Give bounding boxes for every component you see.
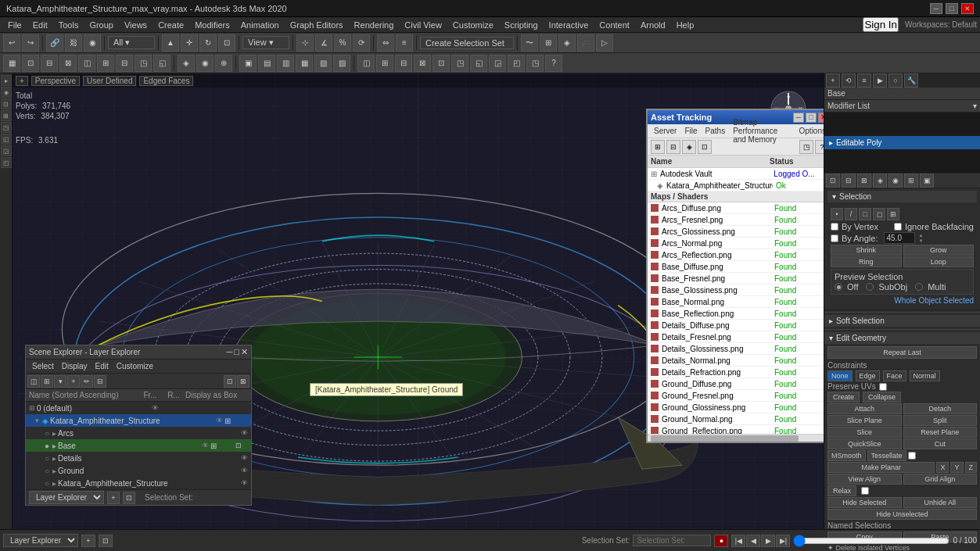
- lt-btn-6[interactable]: ◱: [1, 134, 12, 145]
- rp-tab-utilities[interactable]: 🔧: [904, 73, 918, 88]
- undo-button[interactable]: ↩: [3, 34, 20, 52]
- misc-btn3[interactable]: ⊟: [395, 55, 412, 72]
- multi-radio[interactable]: [915, 283, 923, 291]
- layer-btn7[interactable]: ⊟: [116, 55, 133, 72]
- make-planar-button[interactable]: Make Planar: [827, 462, 935, 473]
- se-row-ground-eye[interactable]: 👁: [241, 467, 248, 474]
- at-row-details-glossiness[interactable]: Details_Glossiness.png Found: [648, 343, 824, 355]
- at-row-base-diffuse[interactable]: Base_Diffuse.png Found: [648, 261, 824, 273]
- rp-tab2-bitmap[interactable]: ▣: [920, 174, 934, 188]
- obj-btn2[interactable]: ◉: [196, 55, 214, 72]
- scale-button[interactable]: ⊡: [218, 34, 235, 52]
- tessellate-button[interactable]: Tessellate: [867, 450, 906, 461]
- angle-up-arrow[interactable]: ▲: [918, 233, 923, 238]
- none-button[interactable]: None: [827, 370, 853, 381]
- lt-btn-8[interactable]: ◰: [1, 157, 12, 168]
- unhide-all-button[interactable]: Unhide All: [903, 497, 978, 508]
- at-tb-3[interactable]: ◈: [682, 140, 696, 154]
- mirror-button[interactable]: ⇔: [377, 34, 394, 52]
- rp-tab2-1[interactable]: ⊡: [826, 174, 840, 188]
- se-tb-filter[interactable]: ▾: [54, 375, 66, 388]
- at-row-details-diffuse[interactable]: Details_Diffuse.png Found: [648, 320, 824, 331]
- unlink-button[interactable]: ⛓: [65, 34, 82, 52]
- grow-button[interactable]: Grow: [903, 245, 975, 256]
- menu-help[interactable]: Help: [672, 19, 699, 31]
- lt-btn-2[interactable]: ◈: [1, 87, 12, 98]
- disp-btn1[interactable]: ▣: [239, 55, 257, 72]
- at-tb-1[interactable]: ⊞: [651, 140, 665, 154]
- reset-plane-button[interactable]: Reset Plane: [903, 427, 978, 438]
- sign-in-button[interactable]: Sign In: [863, 17, 899, 32]
- at-row-arcs-reflection[interactable]: Arcs_Reflection.png Found: [648, 249, 824, 261]
- menu-views[interactable]: Views: [120, 19, 152, 31]
- menu-create[interactable]: Create: [153, 19, 188, 31]
- select-button[interactable]: ▲: [162, 34, 179, 52]
- menu-edit[interactable]: Edit: [28, 19, 52, 31]
- at-menu-options[interactable]: Options: [796, 126, 824, 136]
- hide-unselected-button[interactable]: Hide Unselected: [827, 509, 977, 520]
- layer-btn8[interactable]: ◳: [135, 55, 152, 72]
- render-prod-button[interactable]: ▷: [596, 34, 613, 52]
- attach-button[interactable]: Attach: [827, 403, 902, 414]
- menu-arnold[interactable]: Arnold: [636, 19, 670, 31]
- se-row-katara[interactable]: ▾ ◈ Katara_Amphitheater_Structure 👁 ⊞: [26, 414, 251, 427]
- menu-group[interactable]: Group: [84, 19, 118, 31]
- rp-tab2-5[interactable]: ◉: [888, 174, 903, 188]
- se-row-0-eye[interactable]: 👁: [152, 404, 159, 412]
- x-button[interactable]: X: [936, 462, 949, 473]
- se-row-arcs[interactable]: ○ ▸ Arcs 👁: [26, 427, 251, 439]
- se-close-button[interactable]: ✕: [241, 347, 248, 357]
- ring-button[interactable]: Ring: [831, 256, 902, 267]
- at-controls[interactable]: ─ □ ✕: [793, 113, 824, 123]
- layer-btn3[interactable]: ⊟: [41, 55, 58, 72]
- at-minimize-button[interactable]: ─: [793, 113, 804, 123]
- at-row-arcs-fresnel[interactable]: Arcs_Fresnel.png Found: [648, 214, 824, 226]
- at-maximize-button[interactable]: □: [806, 113, 817, 123]
- at-row-details-normal[interactable]: Details_Normal.png Found: [648, 355, 824, 367]
- preserve-uvs-checkbox[interactable]: [879, 383, 887, 391]
- lt-btn-5[interactable]: ◳: [1, 122, 12, 133]
- slice-plane-button[interactable]: Slice Plane: [827, 415, 902, 426]
- relax-checkbox[interactable]: [861, 487, 869, 495]
- select-move-button[interactable]: ✛: [181, 34, 198, 52]
- disp-btn2[interactable]: ▤: [258, 55, 275, 72]
- maximize-button[interactable]: □: [946, 3, 958, 14]
- at-row-details-refraction[interactable]: Details_Refraction.png Found: [648, 367, 824, 378]
- disp-btn4[interactable]: ▦: [296, 55, 313, 72]
- vp-edged-faces-label[interactable]: Edged Faces: [139, 76, 193, 86]
- se-footer-btn1[interactable]: +: [107, 492, 120, 504]
- tessellate-checkbox[interactable]: [908, 452, 916, 460]
- curve-editor-button[interactable]: 〜: [521, 34, 538, 52]
- at-tb-6[interactable]: ?: [815, 140, 824, 154]
- obj-btn3[interactable]: ⊕: [215, 55, 232, 72]
- lt-btn-3[interactable]: ⊡: [1, 98, 12, 109]
- layer-mgr-button[interactable]: ▦: [3, 55, 20, 72]
- split-button[interactable]: Split: [903, 415, 978, 426]
- se-row-ground[interactable]: ○ ▸ Ground 👁: [26, 464, 251, 477]
- menu-civil-view[interactable]: Civil View: [400, 19, 446, 31]
- se-menu-customize[interactable]: Customize: [113, 361, 156, 371]
- snap-angle-button[interactable]: ∡: [315, 34, 332, 52]
- rp-tab2-graph[interactable]: ⊞: [904, 174, 918, 188]
- menu-modifiers[interactable]: Modifiers: [190, 19, 235, 31]
- edge-icon[interactable]: /: [845, 208, 857, 220]
- at-row-details-fresnel[interactable]: Details_Fresnel.png Found: [648, 331, 824, 343]
- vp-plus-button[interactable]: +: [16, 76, 28, 86]
- status-btn-3[interactable]: ▶: [761, 535, 775, 547]
- at-tb-2[interactable]: ⊟: [666, 140, 680, 154]
- view-label[interactable]: View ▾: [242, 36, 289, 49]
- border-icon[interactable]: □: [859, 208, 871, 220]
- se-row-details[interactable]: ○ ▸ Details 👁: [26, 452, 251, 464]
- hide-selected-button[interactable]: Hide Selected: [827, 497, 902, 508]
- relax-button[interactable]: Relax: [827, 485, 856, 496]
- se-tb-5[interactable]: ⊟: [94, 375, 106, 388]
- at-menu-paths[interactable]: Paths: [702, 126, 729, 136]
- edge-button[interactable]: Edge: [856, 370, 880, 381]
- menu-customize[interactable]: Customize: [448, 19, 498, 31]
- rp-tab2-4[interactable]: ◈: [873, 174, 887, 188]
- misc-btn8[interactable]: ◲: [489, 55, 506, 72]
- status-btn-1[interactable]: |◀: [731, 535, 745, 547]
- menu-graph-editors[interactable]: Graph Editors: [285, 19, 348, 31]
- menu-tools[interactable]: Tools: [54, 19, 84, 31]
- at-row-ground-normal[interactable]: Ground_Normal.png Found: [648, 413, 824, 425]
